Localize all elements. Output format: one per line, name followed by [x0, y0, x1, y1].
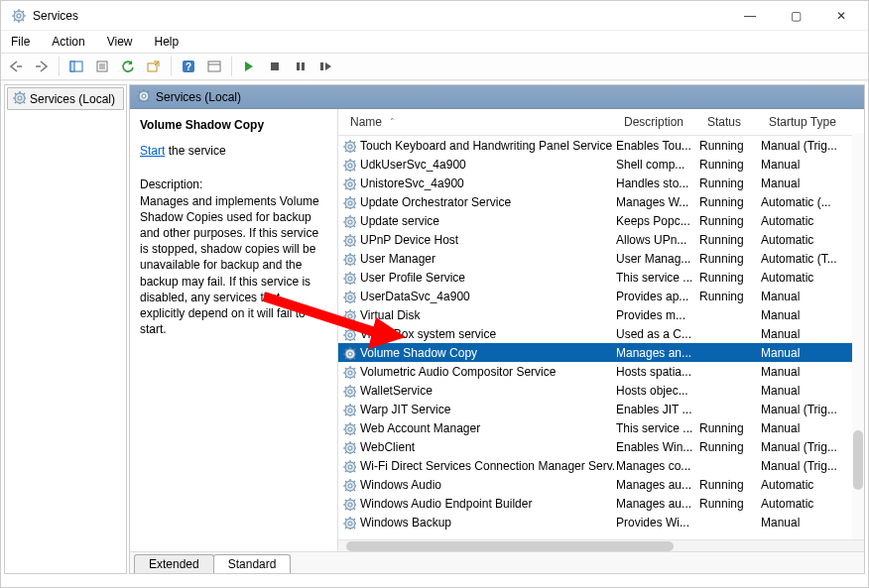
service-row[interactable]: Volumetric Audio Compositor ServiceHosts… — [338, 362, 864, 381]
service-description: Used as a C... — [616, 327, 699, 341]
service-row[interactable]: Virtual DiskProvides m...Manual — [338, 305, 864, 324]
back-button[interactable] — [5, 56, 27, 77]
service-row[interactable]: Windows AudioManages au...RunningAutomat… — [338, 475, 864, 494]
show-hide-tree-button[interactable] — [65, 56, 87, 77]
col-startup-type[interactable]: Startup Type — [761, 113, 856, 131]
vertical-scrollbar-thumb[interactable] — [853, 430, 863, 490]
menu-action[interactable]: Action — [48, 33, 88, 51]
service-row[interactable]: Warp JIT ServiceEnables JIT ...Manual (T… — [338, 400, 864, 418]
service-status: Running — [699, 214, 761, 228]
service-startup-type: Manual — [761, 327, 856, 341]
forward-button[interactable] — [31, 56, 53, 77]
close-button[interactable]: ✕ — [818, 1, 864, 31]
service-icon — [342, 195, 356, 209]
service-startup-type: Automatic — [761, 478, 856, 492]
service-row[interactable]: Windows Audio Endpoint BuilderManages au… — [338, 494, 864, 513]
column-headers: Name˄ Description Status Startup Type — [338, 109, 864, 136]
service-startup-type: Manual — [761, 176, 856, 190]
menu-help[interactable]: Help — [151, 33, 184, 51]
start-service-button[interactable] — [238, 56, 260, 77]
nav-tree[interactable]: Services (Local) — [4, 84, 127, 574]
service-name: WebClient — [360, 440, 415, 454]
service-row[interactable]: Volume Shadow CopyManages an...Manual — [338, 343, 864, 362]
service-name: UdkUserSvc_4a900 — [360, 158, 466, 172]
service-row[interactable]: Wi-Fi Direct Services Connection Manager… — [338, 456, 864, 475]
service-startup-type: Manual — [761, 384, 856, 398]
about-button[interactable] — [203, 56, 225, 77]
service-description: Manages W... — [616, 195, 699, 209]
service-name: Volumetric Audio Compositor Service — [360, 365, 556, 379]
service-startup-type: Manual — [761, 308, 856, 322]
service-row[interactable]: UdkUserSvc_4a900Shell comp...RunningManu… — [338, 155, 864, 174]
start-link[interactable]: Start — [140, 144, 165, 158]
service-row[interactable]: Web Account ManagerThis service ...Runni… — [338, 418, 864, 437]
pause-service-button[interactable] — [290, 56, 311, 77]
service-status: Running — [699, 252, 761, 266]
export-list-button[interactable] — [143, 56, 165, 77]
service-row[interactable]: User Profile ServiceThis service ...Runn… — [338, 268, 864, 287]
services-icon — [136, 88, 150, 105]
minimize-button[interactable]: — — [727, 1, 773, 31]
service-row[interactable]: UnistoreSvc_4a900Handles sto...RunningMa… — [338, 174, 864, 192]
services-list-pane: Name˄ Description Status Startup Type To… — [338, 109, 864, 551]
properties-button[interactable] — [91, 56, 113, 77]
menu-view[interactable]: View — [103, 33, 137, 51]
service-status: Running — [699, 421, 761, 435]
col-status[interactable]: Status — [699, 113, 761, 131]
menu-file[interactable]: File — [7, 33, 34, 51]
service-startup-type: Manual — [761, 290, 856, 303]
services-icon — [12, 90, 26, 107]
service-name: VirtualBox system service — [360, 327, 496, 341]
service-icon — [342, 459, 356, 473]
nav-root-item[interactable]: Services (Local) — [7, 87, 124, 110]
restart-service-button[interactable] — [315, 56, 337, 77]
service-name: Virtual Disk — [360, 308, 420, 322]
right-header-title: Services (Local) — [156, 90, 241, 104]
start-suffix: the service — [169, 144, 226, 158]
service-row[interactable]: User ManagerUser Manag...RunningAutomati… — [338, 249, 864, 268]
service-status: Running — [699, 195, 761, 209]
help-button[interactable]: ? — [178, 56, 199, 77]
service-description: Hosts objec... — [616, 384, 699, 398]
service-description: Provides m... — [616, 308, 699, 322]
service-description: User Manag... — [616, 252, 699, 266]
service-row[interactable]: Update Orchestrator ServiceManages W...R… — [338, 192, 864, 211]
service-icon — [342, 158, 356, 172]
tab-standard[interactable]: Standard — [213, 554, 292, 573]
service-row[interactable]: Touch Keyboard and Handwriting Panel Ser… — [338, 136, 864, 155]
service-row[interactable]: Update serviceKeeps Popc...RunningAutoma… — [338, 211, 864, 230]
svg-rect-22 — [297, 62, 300, 70]
service-description: This service ... — [616, 271, 699, 285]
services-list[interactable]: Touch Keyboard and Handwriting Panel Ser… — [338, 136, 864, 539]
col-description[interactable]: Description — [616, 113, 699, 131]
horizontal-scrollbar-thumb[interactable] — [346, 541, 674, 551]
tabs-bar: Extended Standard — [130, 551, 864, 573]
menubar: File Action View Help — [1, 31, 868, 53]
service-row[interactable]: Windows BackupProvides Wi...Manual — [338, 513, 864, 531]
maximize-button[interactable]: ▢ — [773, 1, 818, 31]
service-startup-type: Manual — [761, 346, 856, 360]
service-name: Update service — [360, 214, 439, 228]
service-name: UnistoreSvc_4a900 — [360, 176, 464, 190]
service-description: This service ... — [616, 421, 699, 435]
col-name[interactable]: Name˄ — [342, 113, 616, 131]
stop-service-button[interactable] — [264, 56, 286, 77]
svg-rect-24 — [320, 62, 323, 70]
service-startup-type: Manual (Trig... — [761, 403, 856, 416]
service-name: Touch Keyboard and Handwriting Panel Ser… — [360, 139, 612, 153]
service-icon — [342, 308, 356, 322]
tab-extended[interactable]: Extended — [134, 554, 214, 573]
service-icon — [342, 176, 356, 190]
service-row[interactable]: UserDataSvc_4a900Provides ap...RunningMa… — [338, 287, 864, 305]
svg-rect-19 — [208, 61, 220, 71]
service-row[interactable]: VirtualBox system serviceUsed as a C...M… — [338, 324, 864, 343]
service-startup-type: Automatic — [761, 497, 856, 511]
refresh-button[interactable] — [117, 56, 139, 77]
description-label: Description: — [140, 176, 327, 192]
vertical-scrollbar[interactable] — [852, 133, 864, 539]
service-row[interactable]: WebClientEnables Win...RunningManual (Tr… — [338, 437, 864, 456]
service-row[interactable]: UPnP Device HostAllows UPn...RunningAuto… — [338, 230, 864, 249]
service-name: Windows Audio — [360, 478, 441, 492]
horizontal-scrollbar[interactable] — [338, 539, 864, 551]
service-row[interactable]: WalletServiceHosts objec...Manual — [338, 381, 864, 400]
